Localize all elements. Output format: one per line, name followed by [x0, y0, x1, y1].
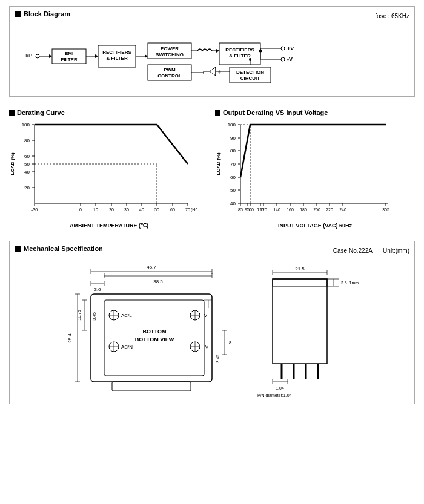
- od-xlabel-140: 140: [273, 208, 280, 212]
- detect-text1: DETECTION: [236, 70, 264, 75]
- output-derating-chart: 100 90 80 70 60 50 40 LOAD (%) 85: [215, 119, 415, 221]
- pwm-text2: CONTROL: [157, 73, 182, 79]
- ylabel-100: 100: [22, 122, 30, 128]
- bottom-view-line1: BOTTOM: [143, 329, 167, 335]
- side-top-groove: [273, 279, 327, 286]
- y-axis-label: LOAD (%): [10, 152, 15, 175]
- rect1-text2: & FILTER: [106, 56, 128, 61]
- mech-case-info: Case No.222A Unit:(mm): [333, 247, 409, 254]
- od-y-axis-label: LOAD (%): [216, 152, 221, 175]
- detect-dot: [249, 58, 251, 61]
- ip-arrow: [49, 54, 52, 58]
- mechanical-section: Mechanical Specification Case No.222A Un…: [9, 241, 415, 404]
- neg-v-label: -V: [202, 313, 208, 318]
- dim-right-inner: 8: [229, 341, 231, 345]
- od-ylabel-100: 100: [228, 122, 236, 128]
- fosc-label: fosc : 65KHz: [375, 13, 409, 19]
- od-xlabel-120: 120: [260, 208, 267, 212]
- dim-side-width: 21.5: [295, 266, 305, 272]
- od-xlabel-240: 240: [339, 208, 346, 212]
- dim-side-top: 3.5±1mm: [341, 281, 359, 285]
- arrow-ind-rect2: [216, 49, 219, 53]
- derating-square-icon: [9, 110, 15, 116]
- mech-right-svg: 21.5 3.5±1mm 1.04 P/N: [254, 261, 363, 400]
- block-diagram-svg: I/P EMI FILTER RECTIFIERS & FILTER POWER…: [15, 26, 414, 93]
- od-ylabel-60: 60: [230, 175, 236, 180]
- ylabel-50: 50: [24, 162, 30, 167]
- block-diagram-title: Block Diagram: [24, 10, 70, 18]
- output-derating-line: [240, 125, 386, 177]
- vneg-label: -V: [287, 56, 293, 62]
- xlabel-60: 60: [170, 208, 175, 212]
- mech-diagrams: 45.7 38.5 3.6 3.45 3.45 25.4: [15, 261, 409, 400]
- ylabel-40: 40: [24, 169, 30, 175]
- acl-label: AC/L: [121, 313, 132, 318]
- xlabel-10: 10: [93, 208, 98, 212]
- side-rect: [273, 279, 327, 364]
- od-xlabel-100: 100: [247, 208, 254, 212]
- acn-label: AC/N: [121, 344, 133, 350]
- power-text2: SWITCHING: [156, 52, 184, 57]
- diode-symbol: [210, 67, 216, 76]
- ip-label: I/P: [25, 53, 32, 59]
- block-diagram-title-group: Block Diagram: [15, 10, 70, 18]
- unit-label: Unit:(mm): [383, 247, 409, 254]
- output-derating-title: Output Derating VS Input Voltage: [223, 109, 328, 116]
- emi-text1: EMI: [65, 51, 73, 56]
- bottom-protrusion: [112, 382, 191, 391]
- derating-curve-title: Derating Curve: [17, 109, 65, 116]
- xlabel-40: 40: [139, 208, 144, 212]
- pos-v-label: +V: [202, 344, 209, 350]
- rect2-text1: RECTIFIERS: [225, 47, 254, 53]
- derating-curve-chart: 100 80 60 50 40 20 LOAD (%) -30: [9, 119, 209, 221]
- dim-height: 25.4: [67, 333, 73, 343]
- vpos-label: +V: [287, 45, 294, 51]
- charts-section: Derating Curve 100 80 60 50 40: [9, 109, 415, 229]
- od-xlabel-160: 160: [287, 208, 294, 212]
- dim-left-offset: 3.6: [94, 287, 101, 292]
- inductor-coil: [197, 49, 212, 51]
- xlabel-50: 50: [154, 208, 159, 212]
- od-xlabel-85: 85: [238, 208, 243, 212]
- dim-inner-width: 38.5: [153, 279, 163, 284]
- arrow-emi-rect1: [95, 54, 98, 58]
- od-xlabel-220: 220: [326, 208, 333, 212]
- ylabel-80: 80: [24, 138, 30, 143]
- output-square-icon: [215, 110, 220, 116]
- power-text1: POWER: [161, 46, 179, 51]
- pwm-text1: PWM: [164, 67, 176, 73]
- ylabel-60: 60: [24, 154, 30, 159]
- xlabel-30: 30: [124, 208, 129, 212]
- od-ylabel-80: 80: [230, 148, 236, 154]
- dim-total-width: 45.7: [147, 264, 156, 270]
- mech-header: Mechanical Specification Case No.222A Un…: [15, 245, 409, 256]
- block-diagram-section: Block Diagram fosc : 65KHz I/P EMI FILTE…: [9, 6, 415, 97]
- derating-curve-svg: 100 80 60 50 40 20 LOAD (%) -30: [9, 119, 197, 224]
- horizontal-label: (HORIZONTAL): [191, 208, 197, 212]
- output-derating-svg: 100 90 80 70 60 50 40 LOAD (%) 85: [215, 119, 403, 224]
- ip-circle: [36, 54, 39, 58]
- pn-label: P/N diameter:1.04: [257, 393, 292, 398]
- xlabel-70: 70: [185, 208, 190, 212]
- derating-curve-title-group: Derating Curve: [9, 109, 209, 116]
- output-derating-title-group: Output Derating VS Input Voltage: [215, 109, 415, 116]
- od-ylabel-50: 50: [230, 188, 236, 193]
- bottom-view-line2: BOTTOM VIEW: [135, 336, 174, 342]
- od-xlabel-305: 305: [382, 208, 389, 212]
- mech-title-group: Mechanical Specification: [15, 245, 103, 252]
- section-square-icon: [15, 11, 21, 17]
- rect1-text1: RECTIFIERS: [102, 50, 131, 55]
- vpos-circle: [281, 47, 285, 50]
- xlabel-0: 0: [79, 208, 82, 212]
- vneg-circle: [281, 57, 285, 61]
- xlabel-20: 20: [109, 208, 114, 212]
- od-ylabel-40: 40: [230, 201, 236, 206]
- ground-symbol: ⏚: [218, 69, 221, 74]
- od-ylabel-90: 90: [230, 136, 236, 141]
- dim-vertical1: 10.75: [77, 310, 81, 321]
- dim-side-bot1: 1.04: [276, 386, 284, 390]
- ylabel-20: 20: [24, 185, 30, 191]
- derating-curve-line: [35, 125, 188, 164]
- emi-text2: FILTER: [61, 57, 78, 62]
- od-ylabel-70: 70: [230, 162, 236, 167]
